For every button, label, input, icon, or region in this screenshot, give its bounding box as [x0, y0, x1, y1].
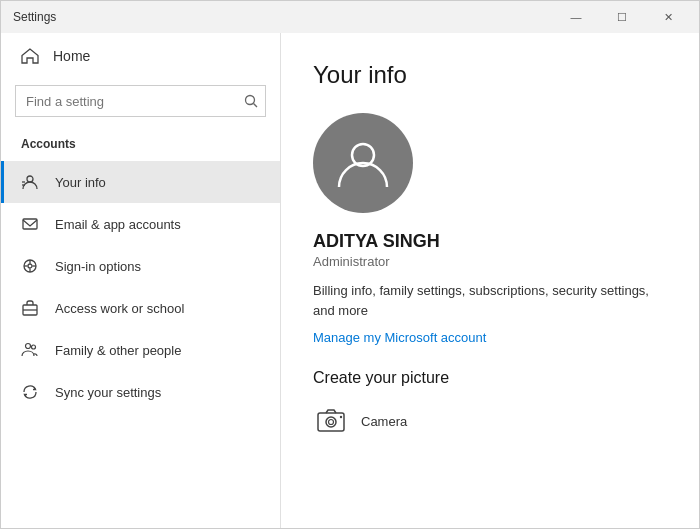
camera-label: Camera — [361, 414, 407, 429]
close-button[interactable]: ✕ — [645, 1, 691, 33]
sidebar-item-family-label: Family & other people — [55, 343, 181, 358]
svg-point-20 — [340, 416, 342, 418]
sidebar-section-title: Accounts — [1, 131, 280, 161]
sidebar-item-home[interactable]: Home — [1, 33, 280, 79]
svg-rect-5 — [23, 219, 37, 229]
svg-point-19 — [329, 420, 334, 425]
search-box — [15, 85, 266, 117]
svg-point-2 — [27, 176, 33, 182]
sidebar-item-work-label: Access work or school — [55, 301, 184, 316]
camera-icon — [313, 403, 349, 439]
sidebar-item-access-work-school[interactable]: Access work or school — [1, 287, 280, 329]
sign-in-icon — [21, 257, 41, 275]
sidebar-item-email-label: Email & app accounts — [55, 217, 181, 232]
work-icon — [21, 299, 41, 317]
svg-point-18 — [326, 417, 336, 427]
svg-point-15 — [32, 345, 36, 349]
svg-point-7 — [28, 264, 32, 268]
create-picture-heading: Create your picture — [313, 369, 667, 387]
page-title: Your info — [313, 61, 667, 89]
main-content: Home Accounts — [1, 33, 699, 528]
avatar — [313, 113, 413, 213]
minimize-button[interactable]: — — [553, 1, 599, 33]
family-icon — [21, 341, 41, 359]
sidebar-item-your-info-label: Your info — [55, 175, 106, 190]
svg-rect-17 — [318, 413, 344, 431]
sidebar-home-label: Home — [53, 48, 90, 64]
user-description: Billing info, family settings, subscript… — [313, 281, 653, 320]
sidebar-item-sync-settings[interactable]: Sync your settings — [1, 371, 280, 413]
sidebar-item-family[interactable]: Family & other people — [1, 329, 280, 371]
search-input[interactable] — [15, 85, 266, 117]
your-info-icon — [21, 173, 41, 191]
manage-microsoft-account-link[interactable]: Manage my Microsoft account — [313, 330, 486, 345]
svg-line-1 — [254, 104, 258, 108]
camera-row: Camera — [313, 403, 667, 439]
sidebar-item-sync-label: Sync your settings — [55, 385, 161, 400]
search-icon — [244, 94, 258, 108]
email-icon — [21, 215, 41, 233]
window-controls: — ☐ ✕ — [553, 1, 691, 33]
sidebar-item-sign-in-label: Sign-in options — [55, 259, 141, 274]
right-panel: Your info ADITYA SINGH Administrator Bil… — [281, 33, 699, 528]
sidebar: Home Accounts — [1, 33, 281, 528]
svg-point-14 — [26, 344, 31, 349]
svg-point-0 — [246, 96, 255, 105]
window-title: Settings — [13, 10, 56, 24]
sidebar-item-sign-in-options[interactable]: Sign-in options — [1, 245, 280, 287]
sidebar-item-email-app-accounts[interactable]: Email & app accounts — [1, 203, 280, 245]
settings-window: Settings — ☐ ✕ Home — [0, 0, 700, 529]
maximize-button[interactable]: ☐ — [599, 1, 645, 33]
title-bar: Settings — ☐ ✕ — [1, 1, 699, 33]
user-role: Administrator — [313, 254, 667, 269]
home-icon — [21, 47, 39, 65]
sync-icon — [21, 383, 41, 401]
sidebar-item-your-info[interactable]: Your info — [1, 161, 280, 203]
user-name: ADITYA SINGH — [313, 231, 667, 252]
